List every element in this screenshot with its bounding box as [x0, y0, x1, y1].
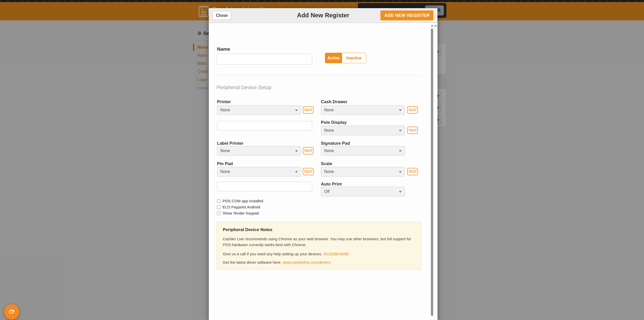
cash-drawer-label: Cash Drawer [321, 99, 347, 104]
status-toggle: Active Inactive [325, 53, 366, 63]
pole-display-label: Pole Display [321, 120, 347, 125]
signature-pad-label: Signature Pad [321, 141, 350, 146]
cash-drawer-select[interactable]: None [321, 105, 405, 115]
scroll-up-icon[interactable] [431, 25, 433, 26]
label-printer-select[interactable]: None [217, 146, 301, 156]
pin-pad-label: Pin Pad [217, 161, 233, 166]
add-new-register-modal: Close Add New Register ADD NEW REGISTER … [209, 8, 437, 320]
name-label: Name [217, 46, 230, 52]
name-input[interactable] [217, 54, 312, 64]
scale-test-button[interactable]: TEST [407, 168, 418, 175]
modal-content-scrollbar[interactable] [430, 23, 434, 320]
pos-com-checkbox[interactable] [217, 199, 221, 203]
notes-driver-line: Get the latest driver software here:www.… [223, 260, 415, 264]
show-tender-keypad-checkbox[interactable] [217, 211, 221, 215]
checkbox-row: POS COM app installed [217, 199, 263, 203]
checkbox-row: ELO Paypoint Android [217, 205, 260, 209]
drivers-link[interactable]: www.cashierlive.com/drivers [283, 260, 331, 264]
scale-label: Scale [321, 161, 332, 166]
status-inactive-button[interactable]: Inactive [342, 53, 366, 63]
pin-pad-select[interactable]: None [217, 167, 301, 177]
scrollbar-thumb[interactable] [431, 29, 433, 316]
phone-link[interactable]: (615)398-6599 [323, 252, 348, 256]
add-new-register-button[interactable]: ADD NEW REGISTER [380, 10, 433, 20]
printer-address-input[interactable] [217, 121, 312, 131]
notes-call-line: Give us a call if you need any help sett… [223, 252, 415, 256]
printer-test-button[interactable]: TEST [303, 106, 313, 114]
peripheral-setup-heading: Peripheral Device Setup [216, 85, 271, 90]
label-printer-test-button[interactable]: TEST [303, 147, 313, 154]
printer-label: Printer [217, 99, 231, 104]
elo-paypoint-checkbox[interactable] [217, 205, 221, 209]
notes-body: Cashier Live recommends using Chrome as … [223, 236, 413, 248]
pole-display-select[interactable]: None [321, 126, 405, 135]
scale-select[interactable]: None [321, 167, 405, 177]
cash-drawer-test-button[interactable]: TEST [407, 106, 418, 114]
status-active-button[interactable]: Active [325, 53, 342, 63]
section-divider [217, 75, 422, 75]
checkbox-row: Show Tender Keypad [217, 211, 259, 215]
scroll-up-icon[interactable] [434, 25, 437, 26]
modal-outer-scrollbar[interactable] [434, 23, 437, 320]
pole-display-test-button[interactable]: TEST [407, 127, 418, 134]
chat-launcher-button[interactable] [4, 304, 19, 319]
pin-pad-address-input[interactable] [217, 182, 312, 191]
chat-bubbles-icon [8, 308, 16, 316]
notes-title: Peripheral Device Notes [223, 227, 415, 232]
signature-pad-select[interactable]: None [321, 146, 405, 156]
auto-print-select[interactable]: Off [321, 187, 405, 196]
printer-select[interactable]: None [217, 105, 301, 115]
pin-pad-test-button[interactable]: TEST [303, 168, 313, 175]
label-printer-label: Label Printer [217, 141, 243, 146]
peripheral-device-notes: Peripheral Device Notes Cashier Live rec… [216, 222, 421, 270]
auto-print-label: Auto Print [321, 182, 342, 187]
